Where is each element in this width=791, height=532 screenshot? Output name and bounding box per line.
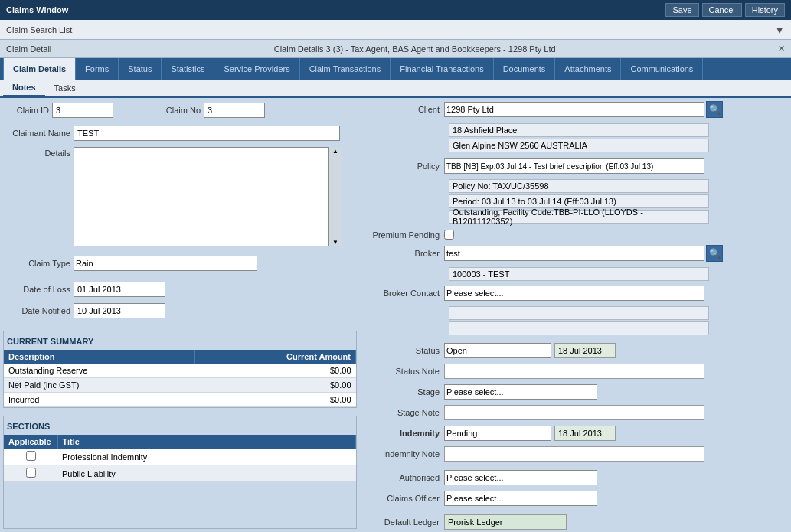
broker-contact-dropdown[interactable]: Please select... xyxy=(444,286,704,301)
details-row: Details ▲ ▼ xyxy=(3,147,357,246)
summary-col-amount: Current Amount xyxy=(195,350,356,364)
stage-dropdown[interactable]: Please select... xyxy=(444,384,597,400)
stage-note-label: Stage Note xyxy=(360,408,444,417)
sections-table: Applicable Title Professional Indemnity … xyxy=(4,435,356,482)
broker-select[interactable]: test xyxy=(444,246,704,261)
broker-contact-row: Broker Contact Please select... xyxy=(360,286,788,301)
status-row: Status Open xyxy=(360,343,788,358)
status-note-input[interactable] xyxy=(444,364,704,379)
broker-contact-select[interactable]: Please select... xyxy=(444,286,704,301)
details-scrollbar[interactable]: ▲ ▼ xyxy=(329,147,342,246)
breadcrumb-bar: Claim Detail Claim Details 3 (3) - Tax A… xyxy=(0,40,791,58)
broker-search-button[interactable]: 🔍 xyxy=(706,245,723,262)
client-select[interactable]: 1298 Pty Ltd xyxy=(444,102,704,117)
breadcrumb-close-icon[interactable]: ✕ xyxy=(778,44,785,54)
tab-claim-transactions[interactable]: Claim Transactions xyxy=(300,58,391,80)
tab-claim-details[interactable]: Claim Details xyxy=(3,58,76,80)
claims-officer-dropdown[interactable]: Please select... xyxy=(444,491,597,506)
table-row: Net Paid (inc GST) $0.00 xyxy=(4,378,356,393)
summary-table: Description Current Amount Outstanding R… xyxy=(4,350,356,407)
breadcrumb-label: Claim Detail xyxy=(6,44,51,54)
date-notified-input[interactable] xyxy=(74,303,165,318)
policy-select[interactable]: TBB [NB] Exp:03 Jul 14 - Test brief desc… xyxy=(444,158,704,174)
search-bar-label: Claim Search List xyxy=(6,25,72,34)
policy-label: Policy xyxy=(360,162,444,171)
authorised-dropdown[interactable]: Please select... xyxy=(444,470,597,485)
authorised-row: Authorised Please select... xyxy=(360,470,788,485)
date-notified-row: Date Notified xyxy=(3,303,357,318)
status-note-row: Status Note xyxy=(360,364,788,379)
section-checkbox-2[interactable] xyxy=(26,468,36,478)
claimant-name-row: Claimant Name xyxy=(3,126,357,141)
sub-tab-tasks[interactable]: Tasks xyxy=(45,80,85,96)
client-dropdown[interactable]: 1298 Pty Ltd xyxy=(444,102,704,117)
broker-contact-info-block xyxy=(449,306,785,335)
details-label: Details xyxy=(3,149,70,158)
claims-officer-select[interactable]: Please select... xyxy=(444,491,597,506)
tab-status[interactable]: Status xyxy=(119,58,162,80)
tab-service-providers[interactable]: Service Providers xyxy=(214,58,299,80)
search-bar-expand-icon[interactable]: ▼ xyxy=(774,24,785,36)
title-bar-buttons: Save Cancel History xyxy=(665,3,785,17)
status-dropdown[interactable]: Open xyxy=(444,343,551,358)
tab-forms[interactable]: Forms xyxy=(76,58,119,80)
table-row: Professional Indemnity xyxy=(4,449,356,465)
title-bar: Claims Window Save Cancel History xyxy=(0,0,791,20)
sections-title-2: Public Liability xyxy=(57,465,356,482)
cancel-button[interactable]: Cancel xyxy=(702,3,742,17)
sections-title-1: Professional Indemnity xyxy=(57,449,356,465)
sections-applicable-1 xyxy=(4,449,57,465)
indemnity-dropdown[interactable]: Pending xyxy=(444,426,551,441)
details-textarea[interactable] xyxy=(74,147,329,246)
date-of-loss-label: Date of Loss xyxy=(3,285,70,294)
client-row: Client 1298 Pty Ltd 🔍 xyxy=(360,101,788,118)
client-address-1: 18 Ashfield Place xyxy=(449,123,709,137)
summary-desc-1: Outstanding Reserve xyxy=(4,364,195,378)
save-button[interactable]: Save xyxy=(665,3,698,17)
tab-bar: Claim Details Forms Status Statistics Se… xyxy=(0,58,791,80)
scrollbar-down-icon[interactable]: ▼ xyxy=(332,239,338,246)
stage-note-input[interactable] xyxy=(444,405,704,420)
default-ledger-input xyxy=(444,514,567,530)
section-checkbox-1[interactable] xyxy=(26,451,36,461)
sections-applicable-2 xyxy=(4,465,57,482)
tab-communications[interactable]: Communications xyxy=(621,58,703,80)
left-panel: Claim ID Claim No Claimant Name Details … xyxy=(3,101,357,529)
client-address-block: 18 Ashfield Place Glen Alpine NSW 2560 A… xyxy=(449,123,785,152)
tab-attachments[interactable]: Attachments xyxy=(555,58,621,80)
claim-type-dropdown[interactable]: Rain xyxy=(74,256,257,271)
policy-dropdown[interactable]: TBB [NB] Exp:03 Jul 14 - Test brief desc… xyxy=(444,158,704,174)
status-date-input[interactable] xyxy=(554,343,616,358)
date-of-loss-input[interactable] xyxy=(74,282,165,297)
tab-documents[interactable]: Documents xyxy=(494,58,556,80)
date-notified-label: Date Notified xyxy=(3,306,70,315)
indemnity-note-label: Indemnity Note xyxy=(360,449,444,459)
claim-id-input[interactable] xyxy=(52,103,113,118)
broker-dropdown[interactable]: test xyxy=(444,246,704,261)
tab-financial-transactions[interactable]: Financial Transactions xyxy=(391,58,493,80)
claims-officer-row: Claims Officer Please select... xyxy=(360,491,788,506)
tab-statistics[interactable]: Statistics xyxy=(162,58,214,80)
premium-pending-label: Premium Pending xyxy=(360,230,444,240)
indemnity-note-input[interactable] xyxy=(444,446,704,462)
claim-no-input[interactable] xyxy=(204,103,265,118)
claim-type-select[interactable]: Rain xyxy=(74,256,257,271)
broker-code-block: 100003 - TEST xyxy=(449,267,785,281)
status-select[interactable]: Open xyxy=(444,343,551,358)
indemnity-select[interactable]: Pending xyxy=(444,426,551,441)
claims-officer-label: Claims Officer xyxy=(360,494,444,503)
client-search-button[interactable]: 🔍 xyxy=(706,101,723,118)
authorised-label: Authorised xyxy=(360,473,444,482)
sub-tab-notes[interactable]: Notes xyxy=(3,80,45,96)
table-row: Public Liability xyxy=(4,465,356,482)
indemnity-row: Indemnity Pending xyxy=(360,426,788,441)
indemnity-date-input[interactable] xyxy=(554,426,616,441)
authorised-select[interactable]: Please select... xyxy=(444,470,597,485)
premium-pending-checkbox[interactable] xyxy=(444,230,454,240)
scrollbar-up-icon[interactable]: ▲ xyxy=(332,148,338,155)
history-button[interactable]: History xyxy=(745,3,785,17)
stage-select[interactable]: Please select... xyxy=(444,384,597,400)
claimant-name-input[interactable] xyxy=(74,126,340,141)
policy-outstanding: Outstanding, Facility Code:TBB-PI-LLO (L… xyxy=(449,210,709,224)
table-row: Incurred $0.00 xyxy=(4,393,356,407)
